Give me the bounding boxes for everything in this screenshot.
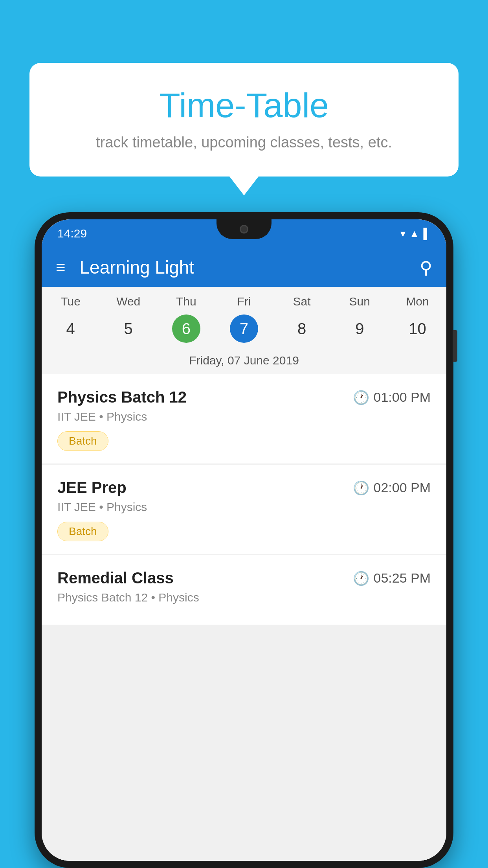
- schedule-item-1[interactable]: Physics Batch 12 🕐 01:00 PM IIT JEE • Ph…: [42, 374, 446, 463]
- day-numbers-row: 4 5 6 7 8 9 10: [42, 311, 446, 350]
- clock-icon-3: 🕐: [353, 570, 369, 586]
- phone-mockup: 14:29 ▾ ▲ ▌ ≡ Learning Light ⚲ Tue: [35, 212, 453, 868]
- day-name-wed: Wed: [99, 295, 157, 308]
- speech-bubble: Time-Table track timetable, upcoming cla…: [29, 63, 459, 177]
- schedule-item-1-badge: Batch: [57, 431, 108, 451]
- day-10[interactable]: 10: [389, 314, 446, 343]
- status-icons: ▾ ▲ ▌: [400, 228, 431, 240]
- schedule-item-3-time-value: 05:25 PM: [373, 570, 431, 586]
- schedule-item-2-title: JEE Prep: [57, 479, 127, 497]
- speech-bubble-container: Time-Table track timetable, upcoming cla…: [29, 63, 459, 177]
- day-8[interactable]: 8: [273, 314, 331, 343]
- battery-icon: ▌: [424, 228, 431, 240]
- search-icon[interactable]: ⚲: [420, 257, 432, 278]
- calendar-strip: Tue Wed Thu Fri Sat Sun Mon 4 5 6 7 8 9 …: [42, 287, 446, 374]
- clock-icon-1: 🕐: [353, 390, 369, 405]
- wifi-icon: ▾: [400, 228, 405, 240]
- schedule-item-1-time-value: 01:00 PM: [373, 390, 431, 405]
- schedule-item-3-time: 🕐 05:25 PM: [353, 570, 431, 586]
- schedule-item-1-subtitle: IIT JEE • Physics: [57, 410, 431, 423]
- schedule-item-3-subtitle: Physics Batch 12 • Physics: [57, 591, 431, 604]
- schedule-item-2-time: 🕐 02:00 PM: [353, 480, 431, 496]
- day-name-sat: Sat: [273, 295, 331, 308]
- schedule-item-2[interactable]: JEE Prep 🕐 02:00 PM IIT JEE • Physics Ba…: [42, 465, 446, 554]
- clock-icon-2: 🕐: [353, 480, 369, 496]
- speech-bubble-subtitle: track timetable, upcoming classes, tests…: [61, 134, 427, 151]
- day-6-today[interactable]: 6: [172, 314, 200, 343]
- day-7-selected[interactable]: 7: [230, 314, 258, 343]
- schedule-list: Physics Batch 12 🕐 01:00 PM IIT JEE • Ph…: [42, 374, 446, 861]
- day-4[interactable]: 4: [42, 314, 99, 343]
- day-9[interactable]: 9: [331, 314, 389, 343]
- day-name-thu: Thu: [157, 295, 215, 308]
- schedule-item-3-header: Remedial Class 🕐 05:25 PM: [57, 569, 431, 587]
- day-names-row: Tue Wed Thu Fri Sat Sun Mon: [42, 287, 446, 311]
- schedule-item-2-badge: Batch: [57, 522, 108, 541]
- schedule-item-2-subtitle: IIT JEE • Physics: [57, 500, 431, 514]
- day-5[interactable]: 5: [99, 314, 157, 343]
- signal-icon: ▲: [409, 228, 420, 240]
- hamburger-icon[interactable]: ≡: [56, 259, 66, 276]
- schedule-item-1-time: 🕐 01:00 PM: [353, 390, 431, 405]
- schedule-item-2-time-value: 02:00 PM: [373, 480, 431, 495]
- schedule-item-2-header: JEE Prep 🕐 02:00 PM: [57, 479, 431, 497]
- status-bar: 14:29 ▾ ▲ ▌: [42, 219, 446, 248]
- status-time: 14:29: [57, 227, 87, 240]
- day-name-mon: Mon: [389, 295, 446, 308]
- day-name-fri: Fri: [215, 295, 273, 308]
- schedule-item-1-header: Physics Batch 12 🕐 01:00 PM: [57, 388, 431, 406]
- camera: [240, 225, 248, 234]
- app-header: ≡ Learning Light ⚲: [42, 248, 446, 287]
- notch: [216, 219, 272, 239]
- power-button: [453, 330, 457, 362]
- schedule-item-1-title: Physics Batch 12: [57, 388, 187, 406]
- day-name-sun: Sun: [331, 295, 389, 308]
- speech-bubble-title: Time-Table: [61, 86, 427, 125]
- schedule-item-3-title: Remedial Class: [57, 569, 174, 587]
- phone-outer: 14:29 ▾ ▲ ▌ ≡ Learning Light ⚲ Tue: [35, 212, 453, 868]
- selected-date-label: Friday, 07 June 2019: [42, 350, 446, 374]
- schedule-item-3[interactable]: Remedial Class 🕐 05:25 PM Physics Batch …: [42, 555, 446, 625]
- phone-screen: 14:29 ▾ ▲ ▌ ≡ Learning Light ⚲ Tue: [42, 219, 446, 861]
- day-name-tue: Tue: [42, 295, 99, 308]
- app-title: Learning Light: [80, 257, 420, 278]
